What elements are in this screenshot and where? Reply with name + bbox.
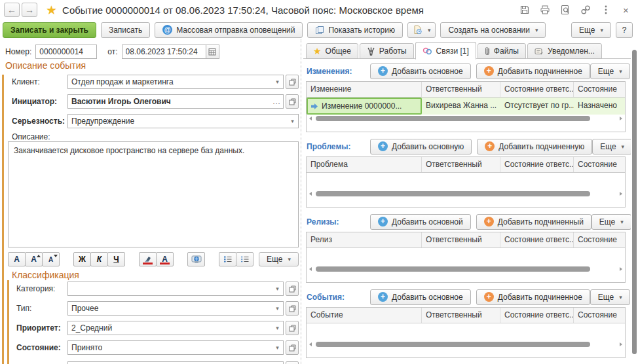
releases-more-button[interactable]: Еще ▾: [591, 214, 631, 230]
initiator-input[interactable]: [67, 94, 284, 109]
chevron-down-icon[interactable]: ▾: [272, 302, 283, 315]
problems-add-main-button[interactable]: + Добавить основную: [370, 139, 472, 155]
back-button[interactable]: ←: [4, 3, 20, 17]
category-open-button[interactable]: [286, 282, 299, 296]
priority-input[interactable]: [67, 321, 284, 335]
font-increase-button[interactable]: A: [25, 252, 43, 266]
menu-dots-icon[interactable]: [600, 5, 611, 16]
column-header[interactable]: Состояние ответс...: [500, 157, 574, 172]
events-add-sub-button[interactable]: + Добавить подчиненное: [476, 289, 590, 305]
type-open-button[interactable]: [286, 301, 299, 316]
underline-button[interactable]: Ч: [107, 252, 125, 266]
type-input[interactable]: [67, 301, 284, 316]
report-dropdown-button[interactable]: ▾: [407, 22, 436, 38]
column-header[interactable]: Состояние: [574, 82, 625, 97]
partial-open-button[interactable]: [286, 361, 299, 364]
releases-add-main-button[interactable]: + Добавить основной: [370, 214, 471, 230]
category-input[interactable]: [67, 282, 284, 296]
print-icon[interactable]: [539, 5, 550, 16]
column-header[interactable]: Ответственный: [422, 82, 500, 97]
chevron-down-icon[interactable]: ▾: [272, 75, 283, 88]
highlight-color-button[interactable]: [139, 252, 157, 266]
column-header[interactable]: Состояние: [574, 308, 625, 323]
forward-button[interactable]: →: [22, 3, 37, 17]
numbered-list-button[interactable]: [236, 252, 253, 266]
column-header[interactable]: Состояние ответс...: [500, 82, 574, 97]
more-button[interactable]: Еще ▾: [571, 22, 611, 38]
column-header[interactable]: Ответственный: [422, 308, 500, 323]
table-row[interactable]: Изменение 0000000... Вихирева Жанна ... …: [307, 98, 625, 115]
scroll-left-arrow[interactable]: [309, 117, 312, 120]
show-history-button[interactable]: Показать историю: [307, 22, 402, 38]
scroll-right-arrow[interactable]: [620, 117, 622, 120]
choose-button[interactable]: ...: [271, 95, 283, 108]
date-input[interactable]: [122, 45, 206, 59]
font-button[interactable]: A: [8, 252, 26, 266]
scrollbar-thumb[interactable]: [316, 191, 590, 196]
changes-add-main-button[interactable]: + Добавить основное: [370, 64, 471, 79]
scroll-right-arrow[interactable]: [620, 267, 622, 271]
tab-works[interactable]: Работы: [360, 43, 414, 59]
events-add-main-button[interactable]: + Добавить основное: [370, 289, 471, 305]
client-input[interactable]: [67, 75, 284, 89]
state-input[interactable]: [67, 340, 284, 355]
scrollbar-thumb[interactable]: [316, 266, 590, 272]
changes-more-button[interactable]: Еще ▾: [590, 64, 630, 79]
problems-more-button[interactable]: Еще ▾: [592, 139, 631, 155]
chevron-down-icon[interactable]: ▾: [272, 282, 283, 295]
bold-button[interactable]: Ж: [73, 252, 91, 266]
scroll-right-arrow[interactable]: [620, 192, 622, 196]
mass-send-button[interactable]: @ Массовая отправка оповещений: [155, 22, 303, 38]
bullet-list-button[interactable]: [219, 252, 236, 266]
insert-image-button[interactable]: [187, 252, 205, 266]
calendar-button[interactable]: [206, 45, 219, 59]
help-button[interactable]: ?: [616, 22, 633, 38]
column-header[interactable]: Ответственный: [422, 232, 500, 247]
description-textarea[interactable]: Заканчивается дисковое пространство на с…: [8, 141, 299, 247]
priority-open-button[interactable]: [286, 321, 299, 335]
tab-notifications[interactable]: Уведомлен...: [527, 43, 602, 59]
client-open-button[interactable]: [286, 75, 299, 89]
format-more-button[interactable]: Еще ▾: [259, 252, 299, 266]
scrollbar-thumb[interactable]: [316, 116, 590, 121]
initiator-open-button[interactable]: [286, 94, 299, 109]
favorite-star-icon[interactable]: ★: [46, 3, 57, 18]
save-and-close-button[interactable]: Записать и закрыть: [3, 22, 96, 38]
chevron-down-icon[interactable]: ▾: [272, 341, 283, 354]
save-button[interactable]: Записать: [101, 22, 150, 38]
scrollbar-thumb[interactable]: [632, 50, 637, 354]
events-more-button[interactable]: Еще ▾: [590, 289, 630, 305]
scrollbar-thumb[interactable]: [316, 342, 590, 347]
number-input[interactable]: [35, 45, 97, 59]
close-icon[interactable]: ×: [620, 5, 631, 16]
tab-links[interactable]: Связи [1]: [415, 42, 476, 60]
column-header[interactable]: Релиз: [307, 232, 422, 247]
chevron-down-icon[interactable]: ▾: [272, 321, 283, 335]
column-header[interactable]: Событие: [307, 308, 422, 323]
tab-general[interactable]: ★ Общее: [306, 43, 358, 59]
problems-add-sub-button[interactable]: + Добавить подчиненную: [477, 139, 592, 155]
scroll-right-arrow[interactable]: [620, 342, 622, 346]
column-header[interactable]: Состояние: [574, 232, 625, 247]
tab-files[interactable]: Файлы: [478, 43, 526, 59]
create-based-on-button[interactable]: Создать на основании ▾: [440, 22, 546, 38]
scroll-left-arrow[interactable]: [309, 342, 312, 346]
save-icon[interactable]: [519, 5, 530, 16]
pane-splitter[interactable]: [301, 39, 303, 364]
column-header[interactable]: Ответственный: [422, 157, 500, 172]
scroll-left-arrow[interactable]: [309, 267, 312, 271]
italic-button[interactable]: К: [90, 252, 108, 266]
link-icon[interactable]: [580, 5, 591, 16]
column-header[interactable]: Изменение: [307, 82, 422, 97]
column-header[interactable]: Состояние ответс...: [500, 232, 574, 247]
font-decrease-button[interactable]: A: [42, 252, 60, 266]
column-header[interactable]: Состояние: [574, 157, 625, 172]
partial-input[interactable]: [67, 361, 284, 364]
severity-input[interactable]: [67, 114, 299, 128]
releases-add-sub-button[interactable]: + Добавить подчиненный: [476, 214, 591, 230]
font-color-button[interactable]: А: [156, 252, 174, 266]
column-header[interactable]: Проблема: [307, 157, 422, 172]
chevron-down-icon[interactable]: ▾: [287, 115, 298, 128]
column-header[interactable]: Состояние ответс...: [500, 308, 574, 323]
state-open-button[interactable]: [286, 340, 299, 355]
